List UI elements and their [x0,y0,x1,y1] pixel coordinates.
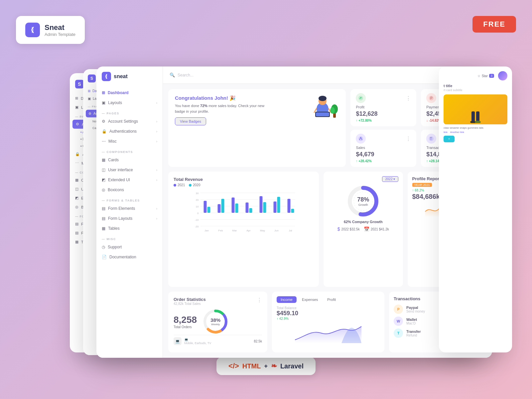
year-selector[interactable]: 2022 ▾ [382,176,398,182]
payments-icon: P [426,93,436,103]
stat-card-profit-header: ⋮ [356,93,411,103]
sidebar-pages-section: — PAGES [96,108,163,116]
search-placeholder[interactable]: Search... [178,73,194,77]
sidebar-item-account-settings[interactable]: ⚙ Account Settings › [96,116,163,126]
form-el-arrow: › [156,207,157,210]
order-donut-sub: Weekly [210,323,220,326]
svg-rect-29 [207,207,210,213]
svg-text:30: 30 [196,192,199,195]
welcome-prefix: You have done [175,104,200,108]
cards-icon: ▦ [75,178,78,182]
rp-action-button[interactable]: + [444,136,455,142]
svg-rect-41 [291,209,294,213]
boxicons-icon: ◎ [75,205,78,209]
dash-icon: ⊞ [102,90,105,95]
sidebar-item-user-interface[interactable]: ◫ User interface › [96,165,163,175]
sidebar-item-dashboard[interactable]: ⊞ Dashboard [96,88,163,98]
rp-card-title: t title [444,84,507,88]
main-sidebar-logo: sneat [96,72,163,88]
income-balance: $459.10 [277,310,298,317]
sidebar-item-boxicons[interactable]: ◎ Boxicons [96,185,163,195]
account-settings-icon: ⚙ [102,119,105,124]
electronic-sublabel: Mobile, Earbuds, TV [184,341,251,345]
chart-legend: 2021 2020 [174,183,314,187]
main-sidebar: sneat ⊞ Dashboard ▣ Layouts › — PAGES ⚙ [96,66,163,358]
sidebar-item-cards[interactable]: ▦ Cards [96,155,163,165]
sidebar-item-extended-ui[interactable]: ◩ Extended UI › [96,175,163,185]
profit-value: $12,628 [356,110,411,117]
laravel-label: Laravel [280,362,304,370]
profit-icon [356,93,366,103]
svg-rect-30 [218,204,221,213]
svg-rect-28 [204,201,207,213]
donut-stat-2021: 📅 2021 $41.2k [364,226,389,232]
svg-text:10: 10 [196,205,199,208]
svg-text:Feb: Feb [218,229,223,232]
ui-arrow: › [156,168,157,172]
sidebar-forms-section: — FORMS & TABLES [96,195,163,203]
form-layouts-nav-icon: ▤ [102,216,105,221]
income-tabs: Income Expenses Profit [277,296,380,303]
back2-logo-icon: S [75,80,84,88]
search-icon: 🔍 [170,72,175,77]
rp-link1[interactable]: link [444,131,448,134]
tables-nav-icon: ▦ [102,226,105,231]
profit-more-icon[interactable]: ⋮ [406,95,411,101]
sidebar-item-documentation[interactable]: 📄 Documentation [96,252,163,262]
electronic-icon: 💻 [174,337,182,345]
sidebar-item-support[interactable]: ◷ Support [96,242,163,252]
svg-rect-38 [274,201,277,213]
sales-value: $4,679 [356,151,411,158]
revenue-title: Total Revenue [174,177,314,182]
rp-link2[interactable]: Another link [450,131,464,134]
profile-year-tag: YEAR 2021 [412,183,432,187]
income-tab-profit[interactable]: Profit [323,296,340,303]
sidebar-item-layouts[interactable]: ▣ Layouts › [96,98,163,108]
sidebar-item-auth[interactable]: 🔒 Authentications › [96,126,163,136]
extended-nav-icon: ◩ [102,178,105,182]
form-layout-icon: ▤ [75,231,78,235]
extended-arrow: › [156,178,157,182]
svg-rect-33 [235,203,238,213]
extended-icon: ◩ [75,196,78,200]
legend-dot-2020 [189,184,192,187]
logo-title: Sneat [45,23,75,32]
sales-more-icon[interactable]: ⋮ [406,136,411,142]
profit-change: ↑ +72.80% [356,119,411,122]
welcome-desc: You have done 72% more sales today. Chec… [175,103,268,114]
svg-text:Jan: Jan [204,229,209,232]
donut-label: Growth [357,203,369,206]
right-panel-peek: ☆ Star 3 t title rt card subtitle [439,66,512,352]
right-peek-content: ☆ Star 3 t title rt card subtitle [439,66,512,147]
income-card: Income Expenses Profit Total Balance $45… [272,292,384,352]
income-tab-expenses[interactable]: Expenses [298,296,322,303]
plus-sign: + [264,363,268,370]
cards-nav-icon: ▦ [102,158,105,162]
sidebar-item-form-layouts[interactable]: ▤ Form Layouts › [96,213,163,223]
rp-links: link Another link [444,131,507,134]
view-badges-button[interactable]: View Badges [175,117,206,125]
sidebar-components-section: — COMPONENTS [96,146,163,155]
svg-point-2 [319,96,327,101]
misc-arrow: › [156,140,157,143]
sidebar-item-misc[interactable]: ⋯ Misc › [96,136,163,146]
rp-image [444,94,507,124]
account-arrow: › [156,120,157,123]
back1-dash-icon: ⊞ [88,89,90,93]
svg-text:-10: -10 [195,218,199,221]
html-icon: </> [228,362,239,370]
legend-2021: 2021 [174,183,185,187]
stat-dollar-icon: $ [337,226,340,232]
auth-icon: 🔒 [102,129,107,134]
rp-star-count: 3 [489,74,494,78]
sidebar-item-tables[interactable]: ▦ Tables [96,223,163,233]
order-more-icon[interactable]: ⋮ [257,297,262,303]
layouts-arrow: › [156,101,157,105]
welcome-card: Congratulations John! 🎉 You have done 72… [168,89,346,167]
sidebar-item-form-elements[interactable]: ▤ Form Elements › [96,203,163,213]
svg-rect-34 [246,202,249,213]
back1-layout-icon: ▣ [88,97,91,100]
svg-point-10 [358,96,363,100]
rp-star-label: Star [482,74,488,78]
income-tab-income[interactable]: Income [277,296,297,303]
